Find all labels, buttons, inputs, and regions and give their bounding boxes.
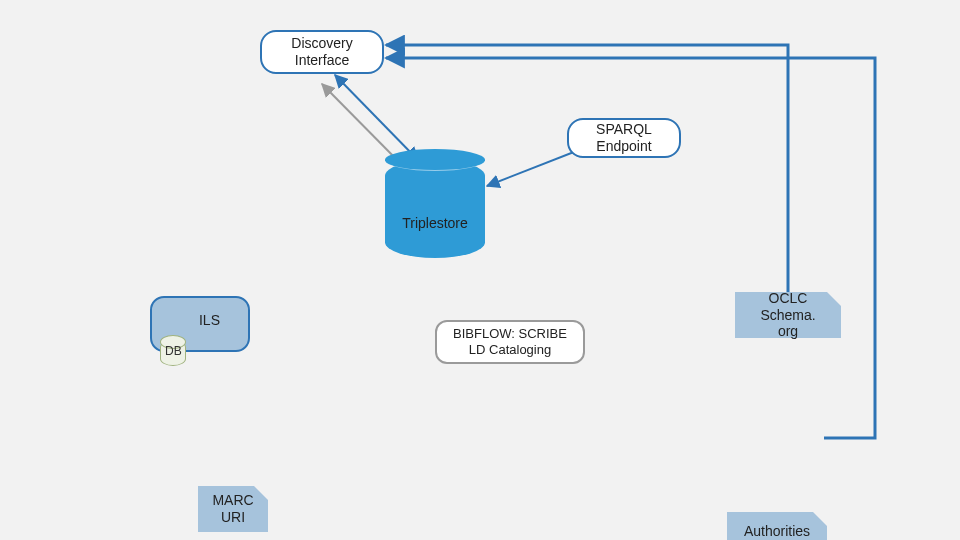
label: OCLC Schema. org: [749, 290, 827, 340]
node-triplestore: Triplestore: [385, 160, 485, 258]
label: Triplestore: [385, 215, 485, 231]
label: MARC URI: [212, 492, 253, 526]
node-bibflow: BIBFLOW: SCRIBE LD Cataloging: [435, 320, 585, 364]
node-authorities: Authorities: [727, 512, 827, 540]
cylinder-top: [385, 149, 485, 171]
node-discovery-interface: Discovery Interface: [260, 30, 384, 74]
node-marc-uri: MARC URI: [198, 486, 268, 532]
node-oclc: OCLC Schema. org: [735, 292, 841, 338]
arrow-discovery-triplestore: [335, 75, 418, 160]
label: SPARQL Endpoint: [596, 121, 652, 155]
node-sparql-endpoint: SPARQL Endpoint: [567, 118, 681, 158]
label: BIBFLOW: SCRIBE LD Cataloging: [453, 326, 567, 357]
label: Discovery Interface: [291, 35, 352, 69]
label: Authorities: [744, 523, 810, 540]
node-db-label: DB: [165, 344, 182, 358]
label: ILS: [199, 312, 220, 329]
arrow-sparql-triplestore: [487, 150, 579, 186]
connector-layer: [0, 0, 960, 540]
